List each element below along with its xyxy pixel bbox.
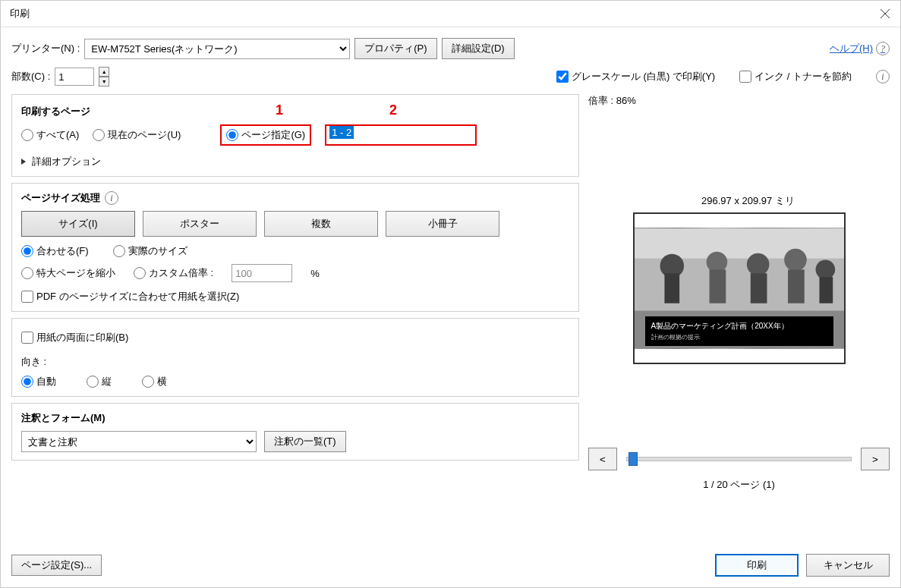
dialog-title: 印刷 [10,7,879,20]
size-tab-row: サイズ(I) ポスター 複数 小冊子 [21,211,569,237]
zoom-label: 倍率 : 86% [588,94,890,108]
close-icon[interactable] [879,8,891,20]
copies-input[interactable] [55,68,94,86]
copies-label: 部数(C) : [11,70,50,83]
size-options-row2: 特大ページを縮小 カスタム倍率 : % [21,264,569,282]
comments-forms-panel: 注釈とフォーム(M) 文書と注釈 注釈の一覧(T) [11,403,579,461]
help-icon: ? [876,42,890,55]
advanced-settings-button[interactable]: 詳細設定(D) [442,38,515,59]
info-icon[interactable]: i [105,191,118,205]
left-column: 印刷するページ 1 2 すべて(A) 現在のページ(U) [11,94,579,542]
svg-rect-9 [750,273,767,303]
copies-spinner: ▲ ▼ [99,67,109,86]
save-ink-checkbox[interactable]: インク / トナーを節約 [739,70,852,83]
svg-rect-3 [635,228,844,258]
radio-orientation-auto[interactable]: 自動 [21,375,56,388]
page-slider[interactable] [626,457,852,461]
page-sizing-title: ページサイズ処理 [21,191,100,205]
svg-point-12 [815,260,835,280]
properties-button[interactable]: プロパティ(P) [354,38,436,59]
pages-to-print-title: 印刷するページ [21,105,90,118]
print-preview: A製品のマーケティング計画（20XX年） 計画の根拠の提示 [633,212,846,364]
preview-dimensions: 296.97 x 209.97 ミリ [606,194,890,208]
prev-page-button[interactable]: < [588,448,617,470]
page-range-highlight: 1 - 2 [325,124,477,146]
pages-radio-row: すべて(A) 現在のページ(U) ページ指定(G) [21,124,569,146]
radio-specify-pages[interactable]: ページ指定(G) [226,128,305,142]
more-options-expander[interactable]: 詳細オプション [21,155,569,168]
page-indicator: 1 / 20 ページ (1) [588,478,890,492]
tab-multiple[interactable]: 複数 [264,211,378,237]
grayscale-checkbox[interactable]: グレースケール (白黒) で印刷(Y) [556,70,715,83]
page-range-input[interactable]: 1 - 2 [326,126,475,144]
radio-current-page[interactable]: 現在のページ(U) [93,128,181,142]
main-area: 印刷するページ 1 2 すべて(A) 現在のページ(U) [11,94,890,542]
bottom-bar: ページ設定(S)... 印刷 キャンセル [1,548,900,587]
expand-right-icon [21,159,26,165]
svg-rect-13 [819,277,833,303]
tab-booklet[interactable]: 小冊子 [386,211,499,237]
page-setup-button[interactable]: ページ設定(S)... [11,555,102,576]
radio-actual-size[interactable]: 実際のサイズ [113,244,187,258]
radio-custom-scale[interactable]: カスタム倍率 : [134,266,213,280]
svg-point-8 [746,253,769,276]
next-page-button[interactable]: > [861,448,890,470]
printer-row: プリンター(N) : EW-M752T Series(ネットワーク) プロパティ… [11,38,890,59]
duplex-checkbox[interactable]: 用紙の両面に印刷(B) [21,331,128,344]
radio-shrink-oversized[interactable]: 特大ページを縮小 [21,266,115,280]
preview-slide-text: A製品のマーケティング計画（20XX年） 計画の根拠の提示 [645,316,833,346]
radio-orientation-landscape[interactable]: 横 [142,375,167,388]
right-column: 倍率 : 86% 296.97 x 209.97 ミリ [588,94,890,542]
grayscale-check-input[interactable] [556,71,569,83]
custom-scale-input [232,264,292,282]
slider-thumb[interactable] [628,452,638,466]
summarize-comments-button[interactable]: 注釈の一覧(T) [264,431,346,452]
orientation-row: 自動 縦 横 [21,375,569,388]
annotation-1: 1 [276,102,283,118]
print-dialog: 印刷 プリンター(N) : EW-M752T Series(ネットワーク) プロ… [0,0,901,588]
page-sizing-panel: ページサイズ処理 i サイズ(I) ポスター 複数 小冊子 合わせる(F) [11,183,579,312]
choose-paper-by-pdf-checkbox[interactable]: PDF のページサイズに合わせて用紙を選択(Z) [21,290,239,303]
annotation-2: 2 [389,102,397,118]
radio-specify-pages-highlight: ページ指定(G) [220,124,311,146]
comments-select[interactable]: 文書と注釈 [21,431,257,452]
comments-forms-title: 注釈とフォーム(M) [21,411,569,425]
tab-poster[interactable]: ポスター [143,211,257,237]
svg-rect-11 [788,269,805,303]
info-icon[interactable]: i [876,70,890,83]
preview-nav-row: < > [588,448,890,470]
pages-to-print-panel: 印刷するページ 1 2 すべて(A) 現在のページ(U) [11,94,579,177]
printer-select[interactable]: EW-M752T Series(ネットワーク) [84,39,350,59]
cancel-button[interactable]: キャンセル [806,554,890,577]
copies-down-button[interactable]: ▼ [99,77,109,86]
printer-label: プリンター(N) : [11,42,80,55]
radio-fit[interactable]: 合わせる(F) [21,244,89,258]
dialog-body: プリンター(N) : EW-M752T Series(ネットワーク) プロパティ… [1,27,900,548]
help-link[interactable]: ヘルプ(H) ? [830,42,890,55]
save-ink-check-input[interactable] [739,71,751,83]
tab-size[interactable]: サイズ(I) [21,211,135,237]
svg-point-10 [784,249,807,272]
svg-rect-5 [664,273,679,303]
copies-up-button[interactable]: ▲ [99,67,109,77]
radio-orientation-portrait[interactable]: 縦 [87,375,112,388]
size-options-row1: 合わせる(F) 実際のサイズ [21,244,569,258]
duplex-orientation-panel: 用紙の両面に印刷(B) 向き : 自動 縦 [11,318,579,397]
copies-row: 部数(C) : ▲ ▼ グレースケール (白黒) で印刷(Y) インク / トナ… [11,67,890,86]
orientation-label: 向き : [21,355,569,369]
svg-point-6 [706,252,727,273]
print-button[interactable]: 印刷 [715,554,799,577]
titlebar: 印刷 [1,1,900,27]
radio-all-pages[interactable]: すべて(A) [21,128,79,142]
percent-label: % [310,268,320,279]
svg-rect-7 [709,269,726,303]
